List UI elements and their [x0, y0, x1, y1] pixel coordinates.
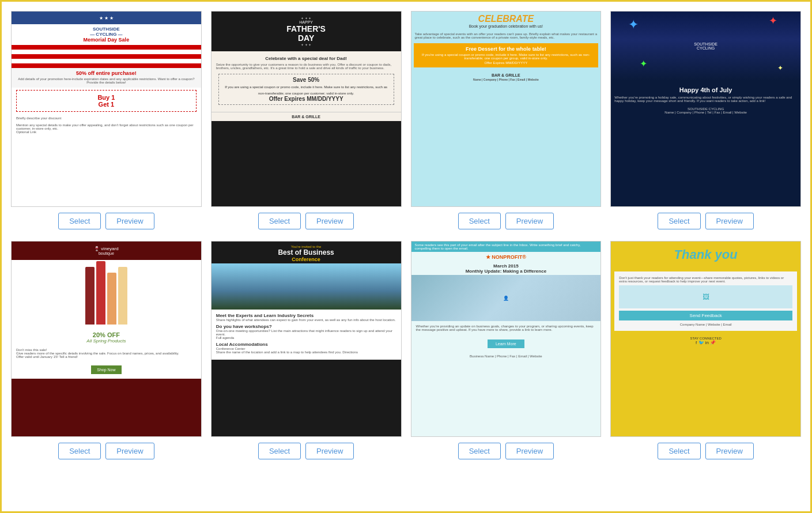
- template-preview-independence-day: ✦ ✦ ✦ ✦ SOUTHSIDECYCLING Happy 4th of Ju…: [610, 11, 801, 207]
- thankyou-preview-button[interactable]: Preview: [705, 443, 754, 459]
- nonprofit-logo: ★ NONPROFIT®: [411, 252, 601, 262]
- memorial-select-button[interactable]: Select: [58, 213, 101, 229]
- grad-select-button[interactable]: Select: [458, 213, 501, 229]
- fathers-preview-button[interactable]: Preview: [305, 213, 354, 229]
- independence-desc: Whether you're promoting a holiday sale,…: [614, 96, 797, 103]
- thankyou-header: Thank you: [611, 242, 800, 268]
- event-header: You're invited to the Best of Business C…: [212, 242, 401, 263]
- template-preview-memorial-day: ★ ★ ★ SOUTHSIDE— CYCLING —Memorial Day S…: [11, 11, 202, 207]
- nonprofit-photo: 👤: [411, 275, 601, 321]
- event-footer: Event Invite 📱: [212, 436, 401, 437]
- event-section2-title: Do you have workshops?: [216, 324, 396, 329]
- card-memorial-day: ★ ★ ★ SOUTHSIDE— CYCLING —Memorial Day S…: [11, 11, 202, 229]
- event-preview-button[interactable]: Preview: [305, 443, 354, 459]
- nonprofit-select-button[interactable]: Select: [458, 443, 501, 459]
- independence-title: Happy 4th of July: [614, 84, 797, 96]
- memorial-bogo: Buy 1Get 1: [16, 90, 197, 112]
- product-select-button[interactable]: Select: [58, 443, 101, 459]
- fathers-footer-logo: BAR & GRILLE: [212, 112, 401, 121]
- event-title: Best of Business: [214, 248, 399, 256]
- template-preview-nonprofit-update: Some readers see this part of your email…: [411, 241, 602, 437]
- nonprofit-actions: Select Preview: [458, 443, 554, 459]
- independence-footer-content: SOUTHSIDE CYCLINGName | Company | Phone …: [614, 105, 797, 116]
- product-logo-area: 🍷 vineyard boutique: [12, 242, 201, 260]
- fathers-save: Save 50%If you are using a special coupo…: [218, 74, 394, 105]
- thankyou-actions: Select Preview: [658, 443, 753, 459]
- fathers-select-button[interactable]: Select: [258, 213, 301, 229]
- grad-sub: Book your graduation celebration with us…: [414, 24, 599, 28]
- card-fathers-day: ✦ ✦ ✦ HAPPY FATHER'SDAY ✦ ✦ ✦ Celebrate …: [211, 11, 402, 229]
- fathers-happy: HAPPY: [216, 20, 396, 24]
- fathers-body: Celebrate with a special deal for Dad! S…: [212, 51, 401, 112]
- event-section2-text: One-on-one meeting opportunities? List t…: [216, 329, 396, 340]
- product-body: Don't miss this sale!Give readers more o…: [12, 346, 201, 361]
- grad-offer: Free Dessert for the whole table! If you…: [414, 43, 599, 67]
- thankyou-image-placeholder: 🖼: [619, 285, 792, 308]
- template-preview-product-promotion: 🍷 vineyard boutique 20% OFF All Spring P…: [11, 241, 202, 437]
- nonprofit-top-note: Some readers see this part of your email…: [411, 242, 601, 252]
- card-graduation-day: CELEBRATE Book your graduation celebrati…: [411, 11, 602, 229]
- memorial-footer: Memorial Day 📱: [12, 206, 201, 207]
- fathers-footer: Father's Day 📱: [212, 206, 401, 207]
- independence-select-button[interactable]: Select: [658, 213, 700, 229]
- event-actions: Select Preview: [258, 443, 354, 459]
- memorial-actions: Select Preview: [58, 213, 154, 229]
- memorial-body: Briefly describe your discountMention an…: [12, 114, 201, 136]
- thankyou-body: Don't just thank your readers for attend…: [614, 271, 797, 331]
- thankyou-desc: Don't just thank your readers for attend…: [619, 276, 792, 283]
- event-body: Meet the Experts and Learn Industry Secr…: [212, 310, 401, 360]
- memorial-top-bar: ★ ★ ★: [12, 12, 201, 24]
- event-section1-text: Share highlights of what attendees can e…: [216, 318, 396, 322]
- fathers-celebrate: Celebrate with a special deal for Dad!: [216, 56, 396, 61]
- fathers-title: FATHER'SDAY: [216, 24, 396, 43]
- fathers-actions: Select Preview: [258, 213, 354, 229]
- grad-desc: Take advantage of special events with an…: [411, 31, 601, 41]
- independence-preview-button[interactable]: Preview: [705, 213, 754, 229]
- nonprofit-headline: March 2015Monthly Update: Making a Diffe…: [411, 262, 601, 275]
- event-section3-text: Conference CenterShare the name of the l…: [216, 347, 396, 354]
- product-discount: 20% OFF: [14, 331, 199, 338]
- memorial-hero: [12, 45, 201, 68]
- template-grid: ★ ★ ★ SOUTHSIDE— CYCLING —Memorial Day S…: [11, 11, 801, 459]
- thankyou-select-button[interactable]: Select: [658, 443, 700, 459]
- product-footer: Product Promotion 📱: [12, 436, 201, 437]
- nonprofit-body: Whether you're providing an update on bu…: [411, 321, 601, 335]
- memorial-logo: SOUTHSIDE— CYCLING —Memorial Day Sale: [12, 24, 201, 45]
- product-actions: Select Preview: [58, 443, 154, 459]
- card-event-thankyou: Thank you Don't just thank your readers …: [610, 241, 801, 459]
- fathers-header: ✦ ✦ ✦ HAPPY FATHER'SDAY ✦ ✦ ✦: [212, 12, 401, 51]
- product-shop-button[interactable]: Shop Now: [91, 365, 121, 374]
- independence-footer: Independence Day 📱: [611, 206, 800, 207]
- nonprofit-footer: Nonprofit Update 📱: [411, 436, 601, 437]
- independence-body: Happy 4th of July Whether you're promoti…: [611, 81, 800, 120]
- thankyou-title: Thank you: [617, 247, 795, 262]
- grad-footer-logo: BAR & GRILLEName | Company | Phone | Fax…: [411, 70, 601, 85]
- template-preview-graduation-day: CELEBRATE Book your graduation celebrati…: [411, 11, 602, 207]
- grad-preview-button[interactable]: Preview: [505, 213, 554, 229]
- memorial-sale-badge: 50% off entire purchase! Add details of …: [12, 68, 201, 88]
- product-preview-button[interactable]: Preview: [105, 443, 154, 459]
- grad-footer: Graduation Day 📱: [411, 206, 601, 207]
- grad-header: CELEBRATE Book your graduation celebrati…: [411, 12, 601, 31]
- card-event-invite: You're invited to the Best of Business C…: [211, 241, 402, 459]
- thankyou-footer: Event Thank You 📱: [611, 436, 800, 437]
- template-preview-fathers-day: ✦ ✦ ✦ HAPPY FATHER'SDAY ✦ ✦ ✦ Celebrate …: [211, 11, 402, 207]
- grad-offer-text: Free Dessert for the whole table!: [417, 46, 596, 52]
- nonprofit-preview-button[interactable]: Preview: [505, 443, 554, 459]
- template-preview-event-invite: You're invited to the Best of Business C…: [211, 241, 402, 437]
- nonprofit-learn-button[interactable]: Learn More: [488, 340, 524, 348]
- memorial-discount: 50% off entire purchase!: [14, 70, 199, 76]
- template-preview-event-thankyou: Thank you Don't just thank your readers …: [610, 241, 801, 437]
- event-section3-title: Local Accommodations: [216, 342, 396, 347]
- card-nonprofit-update: Some readers see this part of your email…: [411, 241, 602, 459]
- event-select-button[interactable]: Select: [258, 443, 301, 459]
- product-promo: 20% OFF All Spring Products: [12, 329, 201, 346]
- product-bottles: [12, 260, 201, 329]
- grad-actions: Select Preview: [458, 213, 554, 229]
- event-subtitle: Conference: [214, 256, 399, 262]
- thankyou-feedback-button[interactable]: Send Feedback: [619, 311, 792, 320]
- independence-fireworks: ✦ ✦ ✦ ✦ SOUTHSIDECYCLING: [611, 12, 800, 81]
- card-independence-day: ✦ ✦ ✦ ✦ SOUTHSIDECYCLING Happy 4th of Ju…: [610, 11, 801, 229]
- grad-celebrate-text: CELEBRATE: [414, 14, 599, 24]
- memorial-preview-button[interactable]: Preview: [105, 213, 154, 229]
